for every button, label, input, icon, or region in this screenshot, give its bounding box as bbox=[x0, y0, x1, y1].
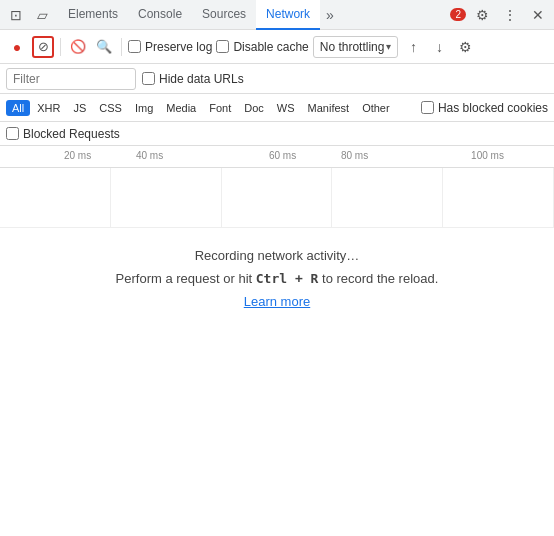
tab-network[interactable]: Network bbox=[256, 0, 320, 30]
waterfall-col-5 bbox=[443, 168, 554, 227]
timeline-marker-100ms: 100 ms bbox=[471, 150, 504, 161]
type-filter-ws[interactable]: WS bbox=[271, 100, 301, 116]
type-filter-font[interactable]: Font bbox=[203, 100, 237, 116]
hide-data-urls-text: Hide data URLs bbox=[159, 72, 244, 86]
type-filter-all[interactable]: All bbox=[6, 100, 30, 116]
blocked-requests-checkbox[interactable] bbox=[6, 127, 19, 140]
stop-button[interactable]: ⊘ bbox=[32, 36, 54, 58]
preserve-log-checkbox-label[interactable]: Preserve log bbox=[128, 40, 212, 54]
waterfall-col-4 bbox=[332, 168, 443, 227]
learn-more-link[interactable]: Learn more bbox=[244, 294, 310, 309]
blocked-requests-label[interactable]: Blocked Requests bbox=[6, 127, 120, 141]
type-filter-js[interactable]: JS bbox=[67, 100, 92, 116]
export-har-button[interactable]: ↓ bbox=[428, 36, 450, 58]
devtools-settings-icon[interactable]: ⚙ bbox=[470, 3, 494, 27]
clear-button[interactable]: 🚫 bbox=[67, 36, 89, 58]
sub-text: Perform a request or hit Ctrl + R to rec… bbox=[116, 271, 439, 286]
type-filter-xhr[interactable]: XHR bbox=[31, 100, 66, 116]
waterfall-col-3 bbox=[222, 168, 333, 227]
timeline-marker-20ms: 20 ms bbox=[64, 150, 91, 161]
search-button[interactable]: 🔍 bbox=[93, 36, 115, 58]
disable-cache-checkbox-label[interactable]: Disable cache bbox=[216, 40, 308, 54]
preserve-log-label: Preserve log bbox=[145, 40, 212, 54]
network-settings-button[interactable]: ⚙ bbox=[454, 36, 476, 58]
timeline-marker-80ms: 80 ms bbox=[341, 150, 368, 161]
blocked-requests-text: Blocked Requests bbox=[23, 127, 120, 141]
has-blocked-cookies-checkbox[interactable] bbox=[421, 101, 434, 114]
import-har-button[interactable]: ↑ bbox=[402, 36, 424, 58]
toolbar-separator-2 bbox=[121, 38, 122, 56]
tab-console[interactable]: Console bbox=[128, 0, 192, 30]
throttle-label: No throttling bbox=[320, 40, 385, 54]
hide-data-urls-label[interactable]: Hide data URLs bbox=[142, 72, 244, 86]
inspect-icon[interactable]: ⊡ bbox=[4, 3, 28, 27]
sub-text-after: to record the reload. bbox=[318, 271, 438, 286]
type-filter-doc[interactable]: Doc bbox=[238, 100, 270, 116]
network-toolbar: ● ⊘ 🚫 🔍 Preserve log Disable cache No th… bbox=[0, 30, 554, 64]
filter-input[interactable] bbox=[6, 68, 136, 90]
throttle-chevron-icon: ▾ bbox=[386, 41, 391, 52]
notification-badge: 2 bbox=[450, 8, 466, 21]
preserve-log-checkbox[interactable] bbox=[128, 40, 141, 53]
has-blocked-cookies-label[interactable]: Has blocked cookies bbox=[421, 101, 548, 115]
type-filter-other[interactable]: Other bbox=[356, 100, 396, 116]
type-filter-img[interactable]: Img bbox=[129, 100, 159, 116]
timeline-header: 20 ms 40 ms 60 ms 80 ms 100 ms bbox=[0, 146, 554, 168]
empty-state: Recording network activity… Perform a re… bbox=[0, 228, 554, 329]
has-blocked-cookies-text: Has blocked cookies bbox=[438, 101, 548, 115]
waterfall-area bbox=[0, 168, 554, 228]
devtools-more-icon[interactable]: ⋮ bbox=[498, 3, 522, 27]
toolbar-separator-1 bbox=[60, 38, 61, 56]
waterfall-col-1 bbox=[0, 168, 111, 227]
type-filter-media[interactable]: Media bbox=[160, 100, 202, 116]
type-filter-manifest[interactable]: Manifest bbox=[302, 100, 356, 116]
waterfall-grid bbox=[0, 168, 554, 227]
throttle-dropdown[interactable]: No throttling ▾ bbox=[313, 36, 399, 58]
waterfall-col-2 bbox=[111, 168, 222, 227]
timeline-marker-40ms: 40 ms bbox=[136, 150, 163, 161]
filter-toolbar: Hide data URLs bbox=[0, 64, 554, 94]
type-filter-css[interactable]: CSS bbox=[93, 100, 128, 116]
tab-bar: ⊡ ▱ Elements Console Sources Network » 2… bbox=[0, 0, 554, 30]
tab-elements[interactable]: Elements bbox=[58, 0, 128, 30]
keyboard-shortcut: Ctrl + R bbox=[256, 271, 319, 286]
device-icon[interactable]: ▱ bbox=[30, 3, 54, 27]
sub-text-before: Perform a request or hit bbox=[116, 271, 256, 286]
tab-more-icon[interactable]: » bbox=[320, 3, 340, 27]
devtools-close-icon[interactable]: ✕ bbox=[526, 3, 550, 27]
tab-sources[interactable]: Sources bbox=[192, 0, 256, 30]
timeline-marker-60ms: 60 ms bbox=[269, 150, 296, 161]
disable-cache-label: Disable cache bbox=[233, 40, 308, 54]
record-button[interactable]: ● bbox=[6, 36, 28, 58]
hide-data-urls-checkbox[interactable] bbox=[142, 72, 155, 85]
blocked-requests-row: Blocked Requests bbox=[0, 122, 554, 146]
type-filter-bar: All XHR JS CSS Img Media Font Doc WS Man… bbox=[0, 94, 554, 122]
disable-cache-checkbox[interactable] bbox=[216, 40, 229, 53]
recording-text: Recording network activity… bbox=[195, 248, 360, 263]
